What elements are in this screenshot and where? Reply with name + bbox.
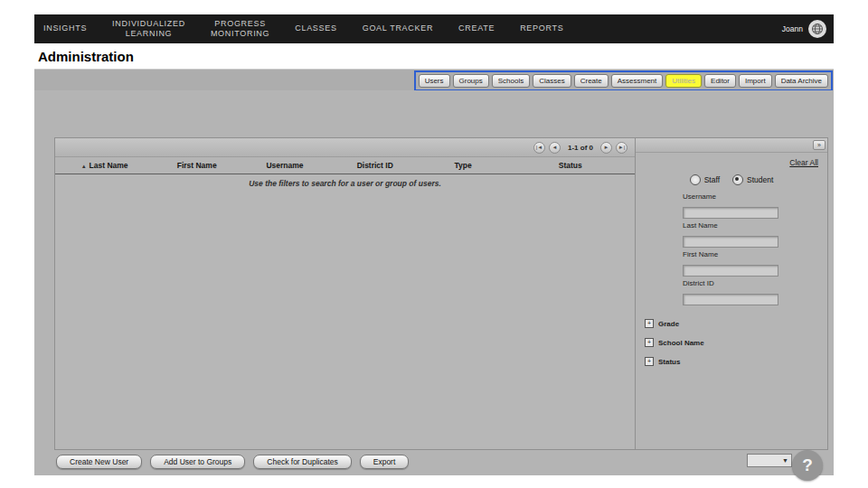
district-id-filter-input[interactable] — [683, 294, 778, 305]
help-button[interactable]: ? — [792, 450, 823, 481]
users-panel: |◄ ◄ 1-1 of 0 ► ►| ▲Last Name First Name… — [54, 137, 828, 450]
username-filter-input[interactable] — [683, 207, 778, 219]
tab-create[interactable]: Create — [574, 74, 609, 88]
page-size-select[interactable]: ▼ — [747, 454, 792, 467]
chevron-down-icon: ▼ — [782, 457, 788, 464]
page-title: Administration — [38, 49, 134, 64]
user-menu[interactable]: Joann — [782, 20, 826, 38]
tab-schools[interactable]: Schools — [492, 74, 530, 88]
title-bar: Administration — [34, 43, 834, 69]
last-name-filter-group: Last Name — [683, 221, 827, 248]
tab-import[interactable]: Import — [739, 74, 772, 88]
tab-strip: Users Groups Schools Classes Create Asse… — [34, 69, 834, 91]
district-id-filter-label: District ID — [683, 279, 827, 287]
footer-right: ▼ — [747, 454, 792, 467]
column-district-id[interactable]: District ID — [330, 161, 420, 170]
nav-item-goal-tracker[interactable]: GOAL TRACKER — [363, 23, 433, 33]
filter-panel: » Clear All Staff Student Username — [635, 138, 827, 449]
tab-classes[interactable]: Classes — [533, 74, 571, 88]
main-content: |◄ ◄ 1-1 of 0 ► ►| ▲Last Name First Name… — [34, 90, 834, 475]
username-filter-label: Username — [683, 192, 827, 201]
pagination-label: 1-1 of 0 — [568, 144, 593, 152]
clear-all-link[interactable]: Clear All — [789, 158, 818, 167]
column-type[interactable]: Type — [420, 161, 506, 170]
column-status[interactable]: Status — [506, 161, 635, 170]
tab-assessment[interactable]: Assessment — [611, 74, 664, 88]
tab-users[interactable]: Users — [419, 74, 450, 88]
staff-radio-label: Staff — [704, 175, 720, 184]
create-new-user-button[interactable]: Create New User — [56, 455, 142, 469]
globe-icon[interactable] — [808, 20, 826, 38]
collapse-panel-button[interactable]: » — [813, 140, 826, 150]
pagination-first-button[interactable]: |◄ — [533, 142, 545, 154]
column-last-name[interactable]: ▲Last Name — [55, 161, 154, 170]
last-name-filter-input[interactable] — [683, 236, 778, 248]
nav-item-classes[interactable]: CLASSES — [295, 23, 336, 33]
nav-item-insights[interactable]: INSIGHTS — [43, 23, 87, 33]
expand-plus-icon[interactable]: + — [645, 338, 654, 347]
check-for-duplicates-button[interactable]: Check for Duplicates — [253, 455, 351, 469]
tab-data-archive[interactable]: Data Archive — [775, 74, 828, 88]
grade-section-label: Grade — [658, 320, 679, 328]
student-radio-option[interactable]: Student — [732, 174, 773, 185]
add-user-to-groups-button[interactable]: Add User to Groups — [150, 455, 245, 469]
student-radio-icon[interactable] — [732, 174, 743, 185]
results-table: |◄ ◄ 1-1 of 0 ► ►| ▲Last Name First Name… — [55, 138, 635, 449]
filter-sections: + Grade + School Name + Status — [645, 319, 827, 376]
expand-plus-icon[interactable]: + — [645, 357, 654, 366]
column-first-name[interactable]: First Name — [154, 161, 240, 170]
table-header-row: ▲Last Name First Name Username District … — [55, 157, 635, 174]
pagination-prev-button[interactable]: ◄ — [549, 142, 561, 154]
pagination-bar: |◄ ◄ 1-1 of 0 ► ►| — [55, 138, 635, 157]
administration-app: INSIGHTS INDIVIDUALIZED LEARNING PROGRES… — [34, 14, 834, 475]
top-nav: INSIGHTS INDIVIDUALIZED LEARNING PROGRES… — [34, 14, 834, 43]
school-name-section-expander[interactable]: + School Name — [645, 338, 827, 347]
nav-item-individualized-learning[interactable]: INDIVIDUALIZED LEARNING — [112, 19, 185, 40]
district-id-filter-group: District ID — [683, 279, 827, 305]
nav-item-create[interactable]: CREATE — [458, 23, 495, 33]
pagination-next-button[interactable]: ► — [600, 142, 612, 154]
table-body: Use the filters to search for a user or … — [55, 174, 635, 449]
staff-radio-option[interactable]: Staff — [690, 174, 720, 185]
column-username[interactable]: Username — [240, 161, 330, 170]
nav-item-progress-monitoring[interactable]: PROGRESS MONITORING — [211, 19, 269, 40]
expand-plus-icon[interactable]: + — [645, 319, 654, 328]
tab-editor[interactable]: Editor — [704, 74, 736, 88]
status-section-expander[interactable]: + Status — [645, 357, 827, 366]
tab-utilities[interactable]: Utilities — [665, 74, 702, 88]
school-name-section-label: School Name — [658, 339, 704, 347]
tab-groups[interactable]: Groups — [453, 74, 489, 88]
status-section-label: Status — [658, 358, 680, 366]
last-name-filter-label: Last Name — [683, 221, 827, 230]
first-name-filter-input[interactable] — [683, 265, 778, 277]
filter-panel-header: » — [636, 138, 827, 153]
grade-section-expander[interactable]: + Grade — [645, 319, 827, 328]
empty-results-message: Use the filters to search for a user or … — [55, 179, 635, 188]
username-filter-group: Username — [683, 192, 827, 219]
user-type-radio-group: Staff Student — [636, 174, 827, 185]
pagination-last-button[interactable]: ►| — [616, 142, 627, 154]
first-name-filter-label: First Name — [683, 250, 827, 258]
export-button[interactable]: Export — [360, 455, 410, 469]
first-name-filter-group: First Name — [683, 250, 827, 277]
user-name: Joann — [782, 24, 803, 33]
footer-actions: Create New User Add User to Groups Check… — [56, 455, 409, 469]
nav-item-reports[interactable]: REPORTS — [520, 23, 563, 33]
sort-ascending-icon: ▲ — [81, 164, 87, 169]
staff-radio-icon[interactable] — [690, 174, 701, 185]
student-radio-label: Student — [747, 175, 773, 184]
admin-tabs-annotation-box: Users Groups Schools Classes Create Asse… — [414, 70, 833, 91]
